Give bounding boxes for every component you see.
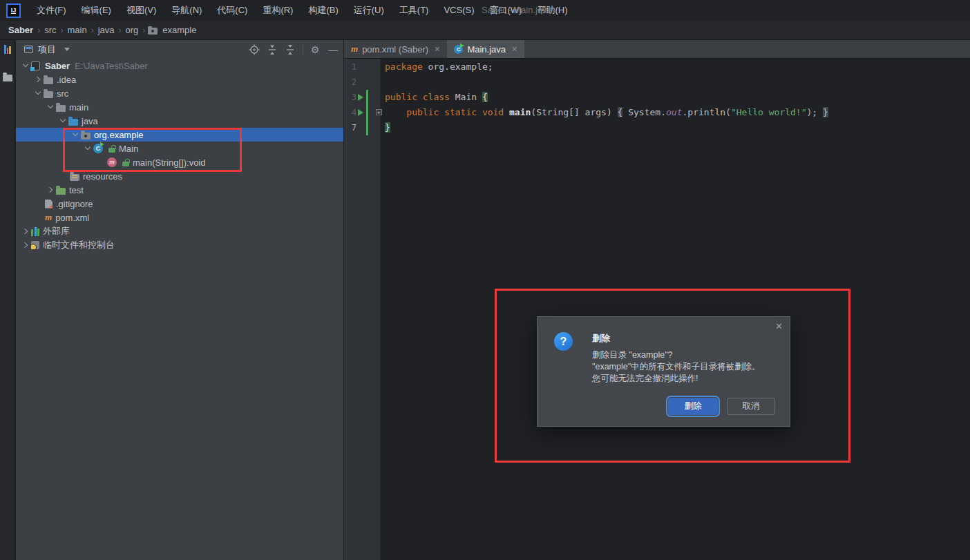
breadcrumb-item-main[interactable]: main	[66, 25, 88, 35]
delete-confirm-button[interactable]: 删除	[668, 398, 718, 415]
chevron-right-icon[interactable]	[32, 74, 44, 85]
tree-row-project-root[interactable]: Saber E:\JavaTest\Saber	[16, 59, 343, 73]
tree-row-java[interactable]: java	[16, 114, 343, 128]
chevron-down-icon[interactable]	[64, 48, 70, 51]
tree-row-scratches[interactable]: 临时文件和控制台	[16, 238, 343, 252]
folder-icon	[3, 75, 12, 81]
code-token: out	[666, 107, 682, 117]
chevron-down-icon[interactable]	[20, 60, 31, 71]
tab-main-java[interactable]: C Main.java ✕	[447, 40, 524, 58]
toolwindow-stripe	[0, 40, 15, 560]
close-tab-icon[interactable]: ✕	[434, 45, 440, 54]
delete-dialog: ✕ ? 删除 删除目录 "example"? "example"中的所有文件和子…	[537, 316, 790, 427]
chevron-right-icon[interactable]	[20, 240, 31, 251]
tree-row-external-libraries[interactable]: 外部库	[16, 224, 343, 238]
tree-row-gitignore[interactable]: .gitignore	[16, 197, 343, 211]
tree-row-main-method[interactable]: m main(String[]):void	[16, 155, 343, 169]
breadcrumb-separator: ›	[35, 26, 43, 35]
close-icon[interactable]: ✕	[775, 321, 783, 331]
chevron-down-icon[interactable]	[45, 102, 56, 113]
question-icon: ?	[554, 332, 573, 351]
code-token: public class	[385, 92, 455, 102]
tree-label: Main	[119, 144, 138, 154]
line-number: 2	[344, 75, 356, 90]
chevron-down-icon[interactable]	[82, 143, 93, 154]
folder-icon	[44, 77, 53, 84]
breadcrumb-item-example[interactable]: example	[148, 25, 198, 35]
chevron-right-icon[interactable]	[45, 184, 56, 195]
tree-row-main-class[interactable]: C Main	[16, 142, 343, 155]
title-bar: IJ 文件(F) 编辑(E) 视图(V) 导航(N) 代码(C) 重构(R) 构…	[0, 0, 970, 21]
tree-row-org-example[interactable]: org.example	[16, 128, 343, 142]
code-token: .println(	[683, 107, 731, 117]
menu-view[interactable]: 视图(V)	[119, 0, 164, 21]
test-folder-icon	[56, 188, 66, 195]
chevron-down-icon[interactable]	[70, 129, 81, 140]
code-line-3[interactable]: public class Main {	[344, 90, 488, 105]
toolwindow-project-button[interactable]	[0, 40, 15, 58]
code-token: {	[482, 92, 488, 102]
toolbar-separator	[303, 44, 303, 55]
code-token: }	[385, 122, 390, 133]
chevron-down-icon[interactable]	[32, 88, 44, 99]
menu-code[interactable]: 代码(C)	[209, 0, 255, 21]
public-visibility-icon	[108, 148, 115, 153]
collapse-all-icon[interactable]	[285, 44, 297, 55]
code-token: (String[] args)	[531, 107, 617, 117]
tree-label: 临时文件和控制台	[43, 239, 115, 251]
dialog-title: 删除	[592, 332, 610, 345]
breadcrumb-item-org[interactable]: org	[124, 25, 140, 35]
java-class-icon: C	[93, 144, 103, 153]
breadcrumb-item-project[interactable]: Saber	[7, 25, 35, 35]
breadcrumb-item-src[interactable]: src	[43, 25, 57, 35]
menu-edit[interactable]: 编辑(E)	[74, 0, 119, 21]
expand-all-icon[interactable]	[267, 44, 279, 55]
scratches-consoles-icon	[31, 241, 39, 249]
chevron-right-icon[interactable]	[20, 226, 31, 237]
project-panel-header: 项目 ⚙ —	[16, 40, 343, 59]
tab-label: Main.java	[467, 44, 506, 55]
tree-row-idea[interactable]: .idea	[16, 73, 343, 86]
tree-path-label: E:\JavaTest\Saber	[75, 61, 148, 71]
folder-icon	[56, 105, 66, 112]
folded-brace[interactable]: }	[823, 107, 828, 117]
close-tab-icon[interactable]: ✕	[511, 45, 517, 54]
tree-row-test[interactable]: test	[16, 183, 343, 197]
tree-row-src[interactable]: src	[16, 86, 343, 100]
menu-run[interactable]: 运行(U)	[346, 0, 392, 21]
tree-row-resources[interactable]: resources	[16, 169, 343, 183]
hide-panel-icon[interactable]: —	[327, 44, 339, 55]
menu-tools[interactable]: 工具(T)	[392, 0, 437, 21]
menu-refactor[interactable]: 重构(R)	[255, 0, 301, 21]
tree-label: 外部库	[43, 225, 70, 238]
tree-row-main-dir[interactable]: main	[16, 100, 343, 114]
code-line-1[interactable]: package org.example;	[344, 59, 493, 75]
code-token: Main	[455, 92, 482, 102]
chevron-down-icon[interactable]	[57, 115, 68, 126]
toolwindow-folder-button[interactable]	[0, 68, 15, 86]
tree-label: .gitignore	[56, 199, 93, 209]
code-line-7[interactable]: }	[344, 120, 390, 135]
editor-area[interactable]: m pom.xml (Saber) ✕ C Main.java ✕ 1 2 3 …	[344, 40, 970, 560]
tree-label: pom.xml	[55, 213, 89, 223]
menu-build[interactable]: 构建(B)	[301, 0, 345, 21]
source-root-folder-icon	[68, 119, 78, 126]
code-line-4[interactable]: public static void main(String[] args) {…	[344, 105, 828, 120]
tab-pom-xml[interactable]: m pom.xml (Saber) ✕	[344, 40, 447, 58]
breadcrumb-item-java[interactable]: java	[97, 25, 116, 35]
menu-vcs[interactable]: VCS(S)	[436, 0, 482, 21]
project-panel: 项目 ⚙ — Saber E:\JavaTest\Saber	[16, 40, 343, 560]
menu-file[interactable]: 文件(F)	[29, 0, 74, 21]
window-title: Saber - Main.java	[482, 0, 552, 21]
locate-file-icon[interactable]	[249, 44, 261, 55]
dialog-message: 删除目录 "example"? "example"中的所有文件和子目录将被删除。…	[592, 349, 761, 385]
breadcrumb-separator: ›	[57, 26, 66, 35]
gear-icon[interactable]: ⚙	[309, 44, 321, 55]
project-panel-title[interactable]: 项目	[38, 44, 56, 56]
package-icon	[148, 28, 158, 35]
menu-navigate[interactable]: 导航(N)	[164, 0, 209, 21]
code-token: );	[807, 107, 818, 117]
tree-row-pom[interactable]: m pom.xml	[16, 211, 343, 224]
cancel-button[interactable]: 取消	[727, 398, 775, 415]
code-token: org.example;	[423, 61, 493, 72]
